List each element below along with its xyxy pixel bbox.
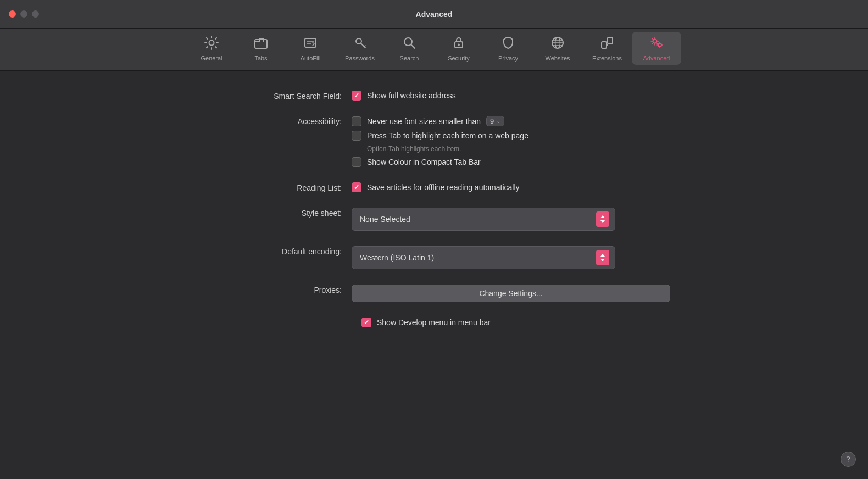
compact-tab-checkbox[interactable] [352,157,361,167]
reading-list-controls: Save articles for offline reading automa… [352,182,670,192]
encoding-row: Default encoding: Western (ISO Latin 1) [198,246,670,269]
security-label: Security [448,55,470,62]
advanced-label: Advanced [643,55,670,62]
svg-point-20 [658,43,661,47]
style-sheet-select[interactable]: None Selected [352,208,615,231]
accessibility-row: Accessibility: Never use font sizes smal… [198,116,670,167]
passwords-label: Passwords [345,55,375,62]
compact-tab-label: Show Colour in Compact Tab Bar [367,158,481,166]
reading-list-label: Reading List: [198,182,352,192]
style-sheet-controls: None Selected [352,208,670,231]
close-button[interactable] [9,10,16,18]
style-sheet-label: Style sheet: [198,208,352,218]
websites-label: Websites [545,55,570,62]
autofill-icon [303,35,318,53]
svg-rect-15 [602,42,607,48]
tab-highlight-checkbox[interactable] [352,131,361,141]
privacy-label: Privacy [498,55,518,62]
tab-autofill[interactable]: AutoFill [286,32,335,65]
accessibility-option1: Never use font sizes smaller than 9 ⌄ [352,116,670,126]
arrow-up [600,254,605,257]
search-label: Search [400,55,419,62]
smart-search-label: Smart Search Field: [198,91,352,101]
extensions-label: Extensions [592,55,622,62]
smart-search-row: Smart Search Field: Show full website ad… [198,91,670,101]
traffic-lights [9,10,39,18]
tab-security[interactable]: Security [434,32,483,65]
stepper-arrow: ⌄ [496,118,500,124]
tab-advanced[interactable]: Advanced [632,32,681,65]
svg-point-9 [458,44,460,46]
privacy-icon [500,35,516,53]
encoding-controls: Western (ISO Latin 1) [352,246,670,269]
accessibility-option3: Show Colour in Compact Tab Bar [352,157,670,167]
tab-tabs[interactable]: Tabs [236,32,286,65]
encoding-arrow [596,250,609,265]
svg-rect-1 [255,40,267,48]
tabs-label: Tabs [254,55,267,62]
reading-list-option: Save articles for offline reading automa… [352,182,670,192]
tab-privacy[interactable]: Privacy [483,32,533,65]
tabs-icon [253,35,269,53]
smart-search-option-label: Show full website address [367,91,456,100]
arrow-up [600,215,605,218]
tab-passwords[interactable]: Passwords [335,32,385,65]
general-icon [204,35,219,53]
change-settings-button[interactable]: Change Settings... [352,285,670,302]
proxies-row: Proxies: Change Settings... [198,285,670,302]
encoding-select[interactable]: Western (ISO Latin 1) [352,246,615,269]
minimize-button[interactable] [20,10,27,18]
develop-menu-row: Show Develop menu in menu bar [352,318,670,327]
proxies-controls: Change Settings... [352,285,670,302]
style-sheet-value: None Selected [360,215,410,224]
tab-highlight-hint: Option-Tab highlights each item. [352,145,670,153]
encoding-label: Default encoding: [198,246,352,256]
develop-menu-label: Show Develop menu in menu bar [377,318,491,327]
toolbar: General Tabs AutoFill [0,29,868,71]
font-size-value: 9 [490,117,494,125]
help-icon: ? [846,455,850,464]
search-icon [402,35,417,53]
passwords-icon [352,35,368,53]
font-size-checkbox[interactable] [352,116,361,126]
smart-search-controls: Show full website address [352,91,670,101]
encoding-value: Western (ISO Latin 1) [360,253,434,262]
proxies-label: Proxies: [198,285,352,294]
tab-general[interactable]: General [187,32,236,65]
font-size-label: Never use font sizes smaller than [367,117,481,126]
window-title: Advanced [416,10,453,19]
smart-search-checkbox[interactable] [352,91,361,101]
svg-rect-2 [305,38,316,47]
tab-websites[interactable]: Websites [533,32,582,65]
main-content: Smart Search Field: Show full website ad… [0,71,868,363]
style-sheet-row: Style sheet: None Selected [198,208,670,231]
general-label: General [201,55,222,62]
arrow-down [600,220,605,223]
svg-line-7 [411,45,415,49]
maximize-button[interactable] [32,10,39,18]
advanced-icon [649,35,664,53]
settings-table: Smart Search Field: Show full website ad… [198,91,670,343]
reading-list-checkbox[interactable] [352,182,361,192]
websites-icon [550,35,565,53]
accessibility-controls: Never use font sizes smaller than 9 ⌄ Pr… [352,116,670,167]
reading-list-row: Reading List: Save articles for offline … [198,182,670,192]
autofill-label: AutoFill [301,55,321,62]
font-size-stepper[interactable]: 9 ⌄ [486,116,504,126]
tab-highlight-label: Press Tab to highlight each item on a we… [367,131,528,140]
svg-point-0 [209,41,214,46]
svg-rect-16 [608,37,613,44]
tab-search[interactable]: Search [385,32,434,65]
reading-list-option-label: Save articles for offline reading automa… [367,183,520,192]
accessibility-label: Accessibility: [198,116,352,126]
help-button[interactable]: ? [841,452,856,467]
accessibility-option2: Press Tab to highlight each item on a we… [352,131,670,141]
style-sheet-arrow [596,211,609,227]
develop-menu-checkbox[interactable] [361,318,371,327]
smart-search-option: Show full website address [352,91,670,101]
security-icon [451,35,466,53]
titlebar: Advanced [0,0,868,29]
extensions-icon [599,35,615,53]
arrow-down [600,259,605,261]
tab-extensions[interactable]: Extensions [582,32,632,65]
